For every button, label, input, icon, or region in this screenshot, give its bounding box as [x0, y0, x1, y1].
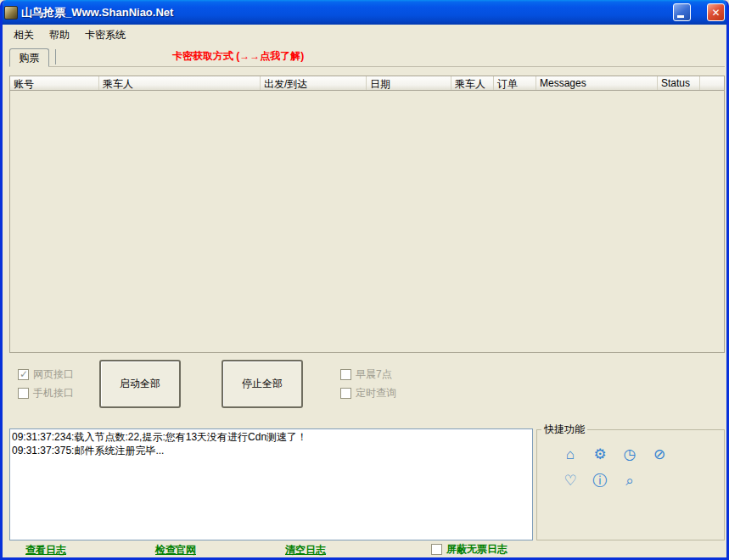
close-button[interactable]: ✕: [707, 3, 725, 21]
ticket-table-body: [10, 91, 724, 352]
checkbox-web-interface[interactable]: 网页接口: [18, 367, 74, 382]
hide-no-ticket-checkbox-box: [431, 544, 442, 555]
clear-log-link[interactable]: 清空日志: [285, 543, 326, 557]
favorite-icon[interactable]: ♡: [563, 473, 578, 489]
window-controls: ✕: [673, 3, 725, 21]
ticket-table: 账号 乘车人 出发/到达 日期 乘车人 订单 Messages Status: [9, 76, 725, 353]
col-departure-arrival[interactable]: 出发/到达: [261, 76, 367, 90]
app-window: 山鸟抢票_Www.ShanNiao.Net ✕ 相关 帮助 卡密系统 购票 卡密…: [0, 0, 729, 560]
home-icon[interactable]: ⌂: [563, 447, 578, 462]
quick-icon-grid: ⌂ ⚙ ◷ ⊘ ♡ ⓘ ⌕: [537, 437, 688, 489]
col-account[interactable]: 账号: [10, 76, 99, 90]
check-official-site-link[interactable]: 检查官网: [155, 543, 196, 557]
timed-query-label: 定时查询: [356, 386, 396, 400]
morning-seven-label: 早晨7点: [356, 367, 392, 382]
timed-query-checkbox-box: [340, 388, 351, 399]
log-output[interactable]: 09:31:37:234:载入节点数:22,提示:您有13天没有进行Cdn测速了…: [9, 428, 533, 540]
search-icon[interactable]: ⌕: [622, 473, 637, 489]
web-interface-checkbox-box: [18, 369, 29, 380]
hide-no-ticket-label: 屏蔽无票日志: [446, 542, 507, 557]
col-filler: [700, 76, 724, 90]
menu-bar: 相关 帮助 卡密系统: [3, 26, 726, 44]
col-passenger-2[interactable]: 乘车人: [451, 76, 494, 90]
tab-strip: 购票 卡密获取方式 (→→点我了解): [9, 47, 725, 67]
clock-icon[interactable]: ◷: [622, 447, 637, 462]
col-status[interactable]: Status: [658, 76, 700, 90]
stop-all-button[interactable]: 停止全部: [222, 360, 303, 408]
col-order[interactable]: 订单: [494, 76, 536, 90]
minimize-button[interactable]: [673, 3, 691, 21]
col-messages[interactable]: Messages: [536, 76, 658, 90]
morning-seven-checkbox-box: [340, 369, 351, 380]
checkbox-morning-seven[interactable]: 早晨7点: [340, 367, 392, 382]
block-icon[interactable]: ⊘: [652, 447, 667, 462]
menu-help[interactable]: 帮助: [42, 26, 77, 44]
log-line: 09:31:37:234:载入节点数:22,提示:您有13天没有进行Cdn测速了…: [12, 430, 530, 444]
web-interface-label: 网页接口: [33, 367, 74, 382]
window-title: 山鸟抢票_Www.ShanNiao.Net: [21, 5, 673, 20]
app-icon: [4, 6, 18, 20]
info-icon[interactable]: ⓘ: [592, 473, 608, 489]
menu-card-key-system[interactable]: 卡密系统: [77, 26, 133, 44]
title-bar: 山鸟抢票_Www.ShanNiao.Net ✕: [0, 0, 729, 25]
quick-panel-title: 快捷功能: [541, 423, 587, 437]
view-log-link[interactable]: 查看日志: [25, 543, 66, 557]
col-passenger[interactable]: 乘车人: [99, 76, 261, 90]
menu-related[interactable]: 相关: [6, 26, 42, 44]
quick-functions-panel: 快捷功能 ⌂ ⚙ ◷ ⊘ ♡ ⓘ ⌕: [536, 423, 725, 540]
checkbox-hide-no-ticket-log[interactable]: 屏蔽无票日志: [431, 542, 507, 557]
tab-divider: [55, 49, 56, 64]
mobile-interface-checkbox-box: [18, 388, 29, 399]
mobile-interface-label: 手机接口: [33, 386, 74, 400]
tab-buy-ticket[interactable]: 购票: [9, 48, 49, 67]
settings-icon[interactable]: ⚙: [592, 447, 608, 462]
card-key-notice-link[interactable]: 卡密获取方式 (→→点我了解): [172, 49, 304, 64]
log-line: 09:31:37:375:邮件系统注册完毕...: [12, 444, 530, 457]
start-all-button[interactable]: 启动全部: [99, 360, 181, 408]
col-date[interactable]: 日期: [367, 76, 451, 90]
checkbox-timed-query[interactable]: 定时查询: [340, 386, 396, 400]
checkbox-mobile-interface[interactable]: 手机接口: [18, 386, 74, 400]
ticket-table-header: 账号 乘车人 出发/到达 日期 乘车人 订单 Messages Status: [10, 76, 724, 91]
